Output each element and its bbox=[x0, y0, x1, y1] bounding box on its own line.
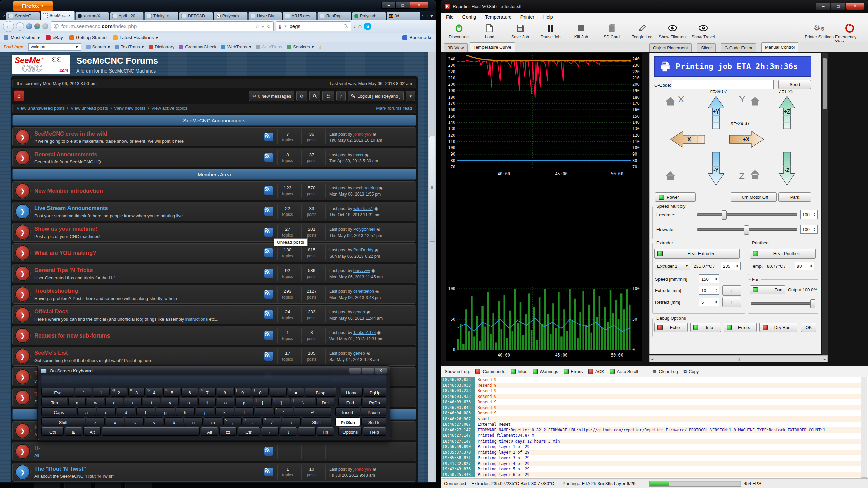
home-z-icon[interactable] bbox=[750, 170, 760, 179]
fan-slider-thumb[interactable] bbox=[810, 299, 815, 308]
osk-key-Fn[interactable]: Fn bbox=[317, 427, 334, 436]
minimize-button[interactable]: – bbox=[816, 3, 830, 10]
osk-key-][interactable]: ]} bbox=[273, 398, 290, 406]
log-toggle-ack[interactable]: ACK bbox=[588, 369, 605, 374]
last-post-user-link[interactable]: geneb bbox=[353, 351, 365, 356]
paw-addon-icon[interactable] bbox=[42, 23, 48, 29]
forum-title-link[interactable]: New Member introduction bbox=[34, 188, 260, 194]
osk-key-↵[interactable]: ↵ bbox=[294, 407, 331, 416]
toolbar-printer-settings[interactable]: ⚙⚙Printer Settings bbox=[805, 23, 834, 39]
forum-title-link[interactable]: General Announcments bbox=[34, 151, 260, 158]
page-scrollbar[interactable] bbox=[428, 52, 436, 482]
minimize-button[interactable]: – bbox=[381, 2, 396, 9]
osk-key-q[interactable]: q bbox=[68, 398, 86, 406]
toolbar-disconnect[interactable]: Disconnect bbox=[445, 23, 474, 39]
osk-key-1[interactable]: 1! bbox=[93, 388, 110, 396]
osk-key-End[interactable]: End bbox=[338, 398, 362, 406]
view-latest-icon[interactable]: ◉ bbox=[378, 186, 382, 190]
power-button[interactable]: Power bbox=[655, 192, 696, 202]
log-toggle-auto-scroll[interactable]: Auto Scroll bbox=[610, 369, 638, 374]
log-toggle-infos[interactable]: Infos bbox=[511, 369, 527, 374]
view-latest-icon[interactable]: ◉ bbox=[374, 289, 379, 294]
osk-key-v[interactable]: v bbox=[145, 417, 163, 426]
forum-title-link[interactable]: Official Docs bbox=[34, 308, 260, 315]
toolbar-sd-card[interactable]: SD Card bbox=[597, 23, 626, 39]
forum-title-link[interactable]: The "Rout 'N Twist" bbox=[34, 466, 260, 472]
taskbar-button-ghost[interactable] bbox=[34, 483, 60, 488]
osk-key-\[interactable]: \| bbox=[291, 398, 315, 406]
quick-link[interactable]: View unread posts bbox=[71, 106, 108, 111]
view-latest-icon[interactable]: ◉ bbox=[365, 351, 370, 356]
osk-key-r[interactable]: r bbox=[124, 398, 142, 406]
osk-key-Shift[interactable]: Shift bbox=[41, 417, 85, 426]
downloads-icon[interactable]: ↓ bbox=[353, 23, 356, 30]
tab-temperature-curve[interactable]: Temperature Curve bbox=[470, 42, 515, 52]
flowrate-slider-thumb[interactable] bbox=[744, 225, 749, 235]
osk-key-Tab[interactable]: Tab bbox=[41, 398, 67, 406]
retract-button[interactable]: ↑ bbox=[722, 297, 741, 307]
scrollbar-thumb[interactable] bbox=[429, 136, 435, 242]
home-icon[interactable]: ⌂ bbox=[358, 23, 362, 30]
bookmark-item[interactable]: Getting Started bbox=[69, 35, 107, 40]
forum-title-link[interactable]: H- bbox=[34, 445, 260, 451]
back-button[interactable]: ← bbox=[3, 21, 14, 32]
foxlingo-addon-icon[interactable] bbox=[34, 23, 40, 29]
toolbar-load[interactable]: Load bbox=[475, 23, 504, 39]
last-post-user-link[interactable]: maxx bbox=[353, 152, 363, 157]
browser-tab[interactable]: RepRap ... bbox=[317, 12, 351, 20]
foxlingo-item[interactable]: Services▾ bbox=[287, 44, 314, 49]
close-button[interactable]: X bbox=[375, 368, 387, 374]
home-all-icon[interactable] bbox=[665, 171, 675, 180]
browser-tab[interactable]: SeeMeC... bbox=[6, 12, 40, 20]
view-latest-icon[interactable]: ◉ bbox=[371, 132, 376, 137]
osk-key-x[interactable]: x bbox=[106, 417, 124, 426]
forum-row[interactable]: ❯New Member introduction123topics570post… bbox=[12, 181, 416, 200]
forum-row[interactable]: ❯Official DocsHere's where you can find … bbox=[12, 305, 416, 324]
close-button[interactable]: × bbox=[410, 2, 428, 9]
last-post-user-link[interactable]: wildideas1 bbox=[353, 206, 373, 211]
on-screen-keyboard-window[interactable]: On-Screen Keyboard – □ X Esc`~1!2@3#4$5%… bbox=[38, 366, 390, 440]
osk-key-.[interactable]: .> bbox=[243, 417, 261, 426]
osk-key-space[interactable] bbox=[102, 427, 200, 436]
tab-scroll-left-icon[interactable]: ‹ bbox=[3, 13, 5, 19]
osk-key-ScrLk[interactable]: ScrLk bbox=[361, 417, 386, 426]
description-link[interactable]: instructions bbox=[185, 317, 208, 322]
browser-tab[interactable]: 3D3d... bbox=[387, 12, 420, 20]
forum-row[interactable]: ❯Request for new sub-forums1topics3posts… bbox=[12, 326, 416, 345]
home-x-icon[interactable] bbox=[665, 97, 675, 106]
tab-3d-view[interactable]: 3D View bbox=[444, 43, 468, 52]
extrude-button[interactable]: ↓ bbox=[722, 285, 741, 296]
debug-info-button[interactable]: Info bbox=[690, 323, 721, 332]
forum-row[interactable]: ❯General AnnouncmentsGeneral info from S… bbox=[12, 148, 416, 167]
feedrate-value[interactable]: 100▲▼ bbox=[800, 210, 818, 219]
list-all-tabs-icon[interactable]: ▾ bbox=[431, 13, 433, 19]
scroll-left-arrow[interactable]: ◄ bbox=[651, 357, 654, 361]
last-post-user-link[interactable]: mechneering bbox=[353, 186, 378, 190]
quick-link[interactable]: View new posts bbox=[114, 106, 146, 111]
osk-key-0[interactable]: 0) bbox=[252, 388, 269, 396]
menu-config[interactable]: Config bbox=[462, 14, 476, 20]
jog-z-plus-button[interactable]: +Z bbox=[777, 96, 797, 129]
osk-titlebar[interactable]: On-Screen Keyboard – □ X bbox=[38, 366, 390, 375]
forum-title-link[interactable]: SeeMeCNC crew in the wild bbox=[34, 130, 260, 137]
turn-motor-off-button[interactable]: Turn Motor Off bbox=[731, 192, 777, 202]
view-latest-icon[interactable]: ◉ bbox=[376, 330, 380, 335]
forum-row[interactable]: ❯SeeMeCNC crew in the wildIf we're going… bbox=[12, 127, 416, 146]
browser-tab[interactable]: Have Blu... bbox=[248, 12, 282, 20]
osk-key-k[interactable]: k bbox=[215, 407, 234, 416]
repetier-titlebar[interactable]: R Repetier-Host V0.85b - effector.stl – … bbox=[441, 0, 868, 13]
osk-key-j[interactable]: j bbox=[196, 407, 214, 416]
last-post-user-link[interactable]: Tanks-A-Lot bbox=[353, 330, 376, 335]
osk-key-s[interactable]: s bbox=[97, 407, 116, 416]
debug-dry-run-button[interactable]: Dry Run bbox=[760, 323, 797, 332]
search-engine-icon[interactable]: g bbox=[279, 24, 282, 29]
flowrate-value[interactable]: 100▲▼ bbox=[800, 225, 818, 234]
flowrate-slider[interactable] bbox=[697, 228, 797, 231]
view-latest-icon[interactable]: ◉ bbox=[371, 467, 376, 472]
osk-key-g[interactable]: g bbox=[156, 407, 175, 416]
log-toggle-errors[interactable]: Errors bbox=[564, 369, 583, 374]
last-post-user-link[interactable]: dsnettleton bbox=[353, 289, 374, 294]
forum-row[interactable]: ❯Show us your machine!Post a pic of your… bbox=[12, 223, 416, 242]
osk-key-'[interactable]: '" bbox=[274, 407, 293, 416]
osk-key-u[interactable]: u bbox=[180, 398, 197, 406]
